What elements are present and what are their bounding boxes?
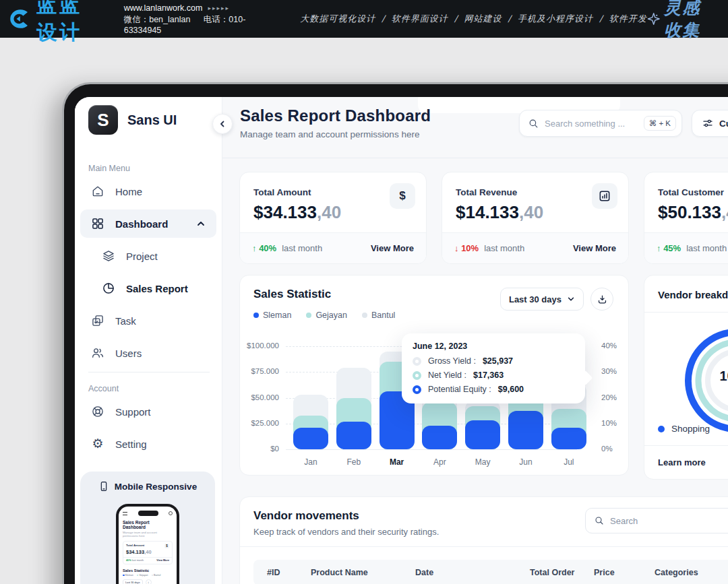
phone-search-icon: [169, 511, 173, 515]
sparkle-icon: [647, 10, 660, 28]
main-content: Sales Report Dashboard Manage team and a…: [222, 97, 728, 584]
page-subtitle: Manage team and account permissions here: [240, 129, 419, 139]
chart-tooltip: June 12, 2023 Gross Yield$25,937 Net Yie…: [402, 333, 585, 403]
x-axis-label: May: [461, 457, 504, 467]
y-axis-right-tick: 30%: [601, 367, 629, 375]
ring-icon: [413, 371, 421, 380]
divider: [644, 312, 728, 313]
y-axis-tick: $75.000: [240, 367, 279, 375]
brand: S Sans UI: [88, 105, 177, 135]
phone-legend: Sleman Gejayan Bantul: [123, 574, 173, 577]
phone-dollar-icon: $: [164, 544, 169, 548]
view-more-link[interactable]: View More: [371, 243, 414, 253]
x-axis-label: Jun: [504, 457, 547, 467]
global-search-input[interactable]: [545, 119, 644, 129]
sidebar-item-label: Home: [115, 186, 142, 197]
dollar-icon: [390, 183, 415, 209]
y-axis-right-tick: 20%: [601, 393, 629, 401]
sidebar-item-setting[interactable]: ⚙ Setting: [80, 430, 216, 457]
phone-trend: 40%: [126, 559, 131, 562]
stat-card-total-customer: Total Customer $50.133,40 45% last month: [644, 172, 728, 264]
trend-note: last month: [282, 243, 322, 253]
tooltip-date: June 12, 2023: [413, 342, 574, 351]
phone-range-pill: Last 30 days: [123, 579, 143, 584]
phone-stat-card: Total Amount$ $34.133,40 40% last month …: [123, 541, 173, 564]
chart-bar: [465, 420, 500, 449]
x-axis-label: Jan: [289, 457, 332, 467]
page-header: Sales Report Dashboard Manage team and a…: [222, 97, 728, 158]
vendor-movements-subtitle: Keep track of vendors and their security…: [253, 527, 439, 537]
sidebar-item-sales-report[interactable]: Sales Report: [80, 275, 216, 302]
learn-more-link[interactable]: Learn more: [658, 457, 706, 467]
table-column-header[interactable]: Date: [415, 560, 433, 584]
banner-contact: www.lanlanwork.com ▸▸▸▸▸ 微信：ben_lanlan 电…: [124, 3, 253, 35]
phone-trend-note: last month: [132, 559, 144, 562]
mobile-responsive-card[interactable]: Mobile Responsive Sales Report Dashboard…: [80, 472, 215, 584]
stat-title: Total Amount: [253, 187, 311, 197]
chevron-left-icon: [218, 119, 227, 129]
sidebar-item-project[interactable]: Project: [80, 242, 216, 269]
global-search[interactable]: ⌘ + K: [519, 110, 682, 137]
trend-badge: 40%: [252, 243, 276, 253]
table-column-header[interactable]: #ID: [267, 560, 280, 584]
lanlan-logo-icon: [7, 5, 30, 33]
phone-page-title: Sales Report Dashboard: [123, 520, 173, 529]
banner-arrows: ▸▸▸▸▸: [208, 5, 230, 11]
customize-label: Customize: [719, 119, 728, 129]
stat-title: Total Revenue: [456, 187, 517, 197]
sidebar-item-dashboard[interactable]: Dashboard: [80, 209, 216, 238]
vendor-breakdown-card: Vendor breakdown 100% Shopping Learn mor…: [644, 275, 728, 480]
table-search-input[interactable]: [610, 516, 728, 526]
stat-card-total-revenue: Total Revenue $14.133,40 10% last month …: [442, 172, 629, 264]
customize-button[interactable]: Customize: [692, 110, 728, 137]
view-more-link[interactable]: View More: [573, 243, 616, 253]
table-column-header[interactable]: Product Name: [311, 560, 368, 584]
table-column-header[interactable]: Categories: [655, 560, 698, 584]
stat-footer: 40% last month View More: [240, 232, 426, 263]
y-axis-tick: $100.000: [240, 342, 279, 350]
brand-name: Sans UI: [127, 112, 177, 128]
trend-note: last month: [686, 243, 727, 253]
sidebar-item-label: Support: [115, 406, 151, 418]
sliders-icon: [702, 117, 714, 129]
sidebar-item-users[interactable]: Users: [80, 339, 216, 366]
y-axis-tick: $25.000: [240, 419, 279, 427]
banner-logo-text: 蓝蓝设计: [36, 0, 104, 46]
legend-dot: [658, 426, 665, 432]
y-axis-tick: $0: [240, 445, 279, 453]
sidebar-item-task[interactable]: Task: [80, 307, 216, 334]
stat-title: Total Customer: [658, 187, 724, 197]
y-axis-right-tick: 10%: [601, 419, 629, 427]
laptop-frame: S Sans UI Main Menu Home Dashboard Proje…: [62, 82, 728, 584]
chevron-up-icon: [196, 219, 206, 228]
phone-mockup: Sales Report Dashboard Manage team and a…: [116, 504, 179, 584]
trend-badge: 10%: [454, 243, 479, 253]
sidebar-item-home[interactable]: Home: [80, 178, 216, 205]
divider: [240, 546, 728, 547]
vendor-movements-card: Vendor movements Keep track of vendors a…: [239, 496, 728, 584]
phone-stat-title: Total Amount: [126, 544, 144, 548]
chart-bar: [551, 428, 586, 449]
table-search[interactable]: [585, 508, 728, 533]
table-column-header[interactable]: Total Order: [530, 560, 574, 584]
sidebar-item-support[interactable]: Support: [80, 398, 216, 425]
stat-value: $34.133: [253, 202, 317, 222]
search-shortcut-badge: ⌘ + K: [644, 116, 676, 131]
search-icon: [594, 515, 605, 526]
vendor-breakdown-legend: Shopping: [658, 424, 728, 434]
sidebar-collapse-button[interactable]: [212, 114, 233, 134]
divider: [644, 445, 728, 446]
brand-logo: S: [88, 105, 118, 135]
task-icon: [91, 314, 104, 327]
banner-collect-text: 灵感收集: [664, 0, 719, 41]
sidebar-item-label: Project: [126, 251, 158, 262]
pie-chart-icon: [102, 282, 115, 295]
banner-collect[interactable]: 灵感收集: [647, 0, 719, 41]
banner-url[interactable]: www.lanlanwork.com: [124, 3, 203, 13]
vendor-breakdown-title: Vendor breakdown: [658, 289, 728, 300]
stage: 蓝蓝设计 www.lanlanwork.com ▸▸▸▸▸ 微信：ben_lan…: [0, 0, 728, 584]
y-axis-right-tick: 40%: [601, 342, 629, 350]
table-column-header[interactable]: Price: [594, 560, 615, 584]
stat-decimal: ,40: [721, 202, 728, 222]
banner-brand: 蓝蓝设计: [0, 0, 105, 46]
